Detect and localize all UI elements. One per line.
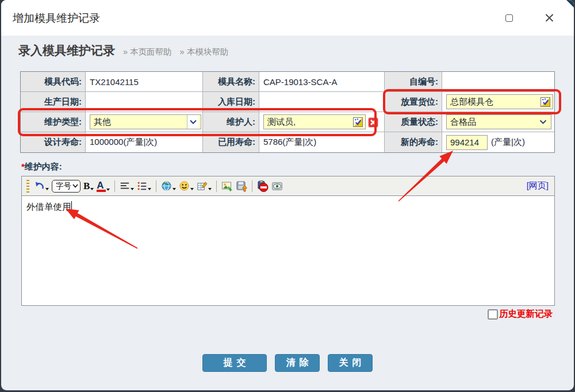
title-bar: 增加模具维护记录 <box>1 0 574 36</box>
submit-button[interactable]: 提交 <box>202 354 267 372</box>
new-life-unit: (产量|次) <box>491 137 525 148</box>
mold-name-label: 模具名称: <box>203 72 259 92</box>
hyperlink-globe-icon[interactable] <box>161 180 176 191</box>
storage-date-value <box>259 92 385 112</box>
quality-status-value: 合格品 <box>450 117 476 128</box>
maintenance-type-cell: 其他 <box>86 112 203 132</box>
button-row: 提交 清除 关闭 <box>1 354 574 372</box>
undo-icon[interactable] <box>34 180 49 191</box>
save-html-icon[interactable] <box>236 180 247 192</box>
new-life-cell: 994214 (产量|次) <box>442 132 554 152</box>
ordered-list-icon[interactable] <box>137 181 151 191</box>
toolbar-separator <box>114 180 115 192</box>
location-picker-icon[interactable] <box>540 97 550 107</box>
close-form-button[interactable]: 关闭 <box>328 354 373 372</box>
text-caret <box>71 201 72 211</box>
storage-date-label: 入库日期: <box>203 92 259 112</box>
production-date-value <box>86 92 203 112</box>
no-paste-icon[interactable] <box>257 180 269 192</box>
maintainer-clear-icon[interactable] <box>368 117 378 127</box>
storage-location-value: 总部模具仓 <box>450 97 538 107</box>
toolbar-separator <box>252 180 252 192</box>
close-button[interactable] <box>542 10 557 25</box>
self-number-label: 自编号: <box>385 72 442 92</box>
storage-location-cell: 总部模具仓 <box>442 92 554 112</box>
maintenance-type-select[interactable]: 其他 <box>90 114 201 129</box>
module-help-link[interactable]: » 本模块帮助 <box>180 47 229 57</box>
maintenance-content-editor[interactable]: 外借单使用 <box>21 195 555 306</box>
self-number-value <box>442 72 554 92</box>
maximize-icon <box>505 14 513 22</box>
insert-image-icon[interactable] <box>221 180 233 192</box>
quality-status-cell: 合格品 <box>442 112 554 132</box>
chevron-down-icon <box>187 115 198 129</box>
chevron-down-icon <box>537 116 549 128</box>
toolbar-separator <box>216 180 217 192</box>
design-life-label: 设计寿命: <box>21 132 86 152</box>
page-header: 录入模具维护记录 » 本页面帮助 » 本模块帮助 <box>18 43 228 59</box>
mold-code-label: 模具代码: <box>21 72 86 92</box>
design-life-value: 1000000(产量|次) <box>86 132 203 152</box>
font-size-select[interactable]: 字号 <box>52 180 80 193</box>
maintenance-content-label: *维护内容: <box>21 162 62 172</box>
new-life-label: 新的寿命: <box>385 132 442 152</box>
font-color-icon[interactable]: A <box>97 180 110 192</box>
edit-table-icon[interactable] <box>197 180 212 191</box>
align-icon[interactable] <box>120 181 134 191</box>
quality-status-label: 质量状态: <box>385 112 442 132</box>
toolbar-drag-handle-icon[interactable] <box>26 180 29 193</box>
maintainer-label: 维护人: <box>203 112 259 132</box>
history-update-row: 历史更新记录 <box>488 308 553 320</box>
editor-text: 外借单使用 <box>26 202 71 212</box>
editor-toolbar: 字号 B A <box>21 176 555 195</box>
used-life-label: 已用寿命: <box>203 132 259 152</box>
maintainer-picker-icon[interactable] <box>353 117 363 127</box>
window-corner-decoration <box>566 0 574 7</box>
production-date-label: 生产日期: <box>21 92 86 112</box>
history-update-checkbox[interactable] <box>488 309 498 320</box>
font-size-label: 字号 <box>56 181 71 191</box>
dialog-title: 增加模具维护记录 <box>13 11 100 26</box>
page-title: 录入模具维护记录 <box>18 43 115 59</box>
add-maintenance-record-dialog: 增加模具维护记录 录入模具维护记录 » 本页面帮助 » 本模块帮助 模具代码: … <box>1 0 574 390</box>
new-life-value: 994214 <box>450 137 479 147</box>
close-icon <box>545 13 554 23</box>
maximize-button[interactable] <box>501 10 516 25</box>
maintenance-type-label: 维护类型: <box>21 112 86 132</box>
maintenance-type-value: 其他 <box>94 117 111 128</box>
clear-button[interactable]: 清除 <box>275 354 320 372</box>
used-life-value: 5786(产量|次) <box>259 132 385 152</box>
maintainer-field[interactable]: 测试员, <box>263 114 366 129</box>
quality-status-select[interactable]: 合格品 <box>446 114 551 129</box>
emoticon-icon[interactable] <box>179 180 194 191</box>
webpage-link[interactable]: [网页] <box>527 180 549 191</box>
mold-code-value: TX21042115 <box>86 72 203 92</box>
new-life-input[interactable]: 994214 <box>446 135 488 150</box>
toolbar-separator <box>156 180 156 192</box>
storage-location-label: 放置货位: <box>385 92 442 112</box>
maintainer-value: 测试员, <box>267 117 351 128</box>
maintainer-cell: 测试员, <box>259 112 385 132</box>
storage-location-field[interactable]: 总部模具仓 <box>446 94 553 109</box>
preview-eye-icon[interactable] <box>271 180 283 192</box>
bold-icon[interactable]: B <box>83 181 94 191</box>
maintenance-form-table: 模具代码: TX21042115 模具名称: CAP-19013-SCA-A 自… <box>20 71 555 153</box>
history-update-label[interactable]: 历史更新记录 <box>499 308 553 320</box>
mold-name-value: CAP-19013-SCA-A <box>259 72 385 92</box>
page-help-link[interactable]: » 本页面帮助 <box>123 47 172 57</box>
